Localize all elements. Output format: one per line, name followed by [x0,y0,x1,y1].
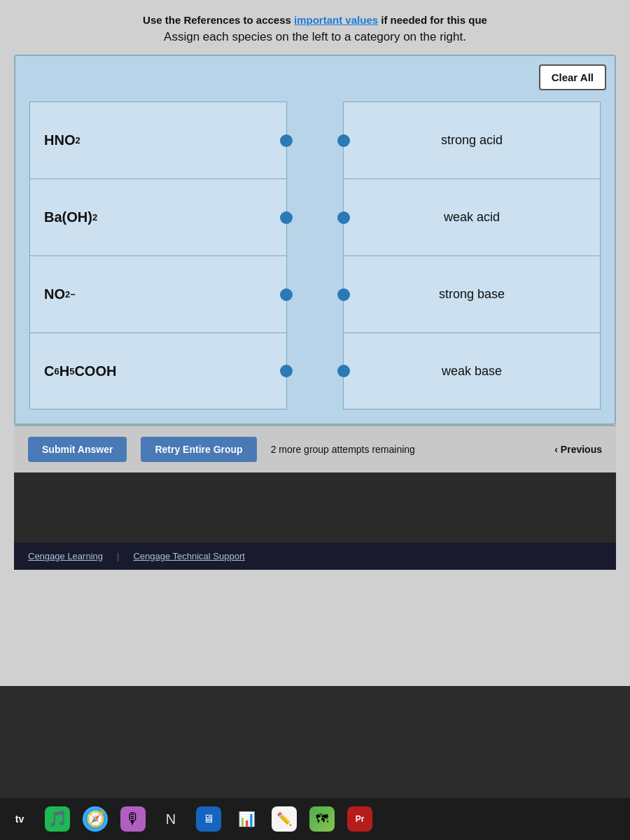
species-box-no2[interactable]: NO2− [29,255,287,332]
podcast-icon[interactable]: 🎙 [120,806,146,832]
assignment-container: Clear All HNO2 Ba(OH)2 NO2− C6H5COOH [14,55,616,425]
category-box-weak-base[interactable]: weak base [343,332,601,410]
category-label-weak-acid: weak acid [444,210,500,225]
spacer-dark [14,472,616,542]
safari-icon[interactable]: 🧭 [83,806,108,832]
connector-line-1 [287,139,343,141]
connector-line-4 [287,370,343,372]
connector-row-4 [287,332,343,410]
species-box-hno2[interactable]: HNO2 [29,102,287,178]
footer-separator: | [117,551,119,561]
footer-bar: Cengage Learning | Cengage Technical Sup… [14,542,616,570]
header-title: Use the References to access important v… [14,14,616,26]
monitor-icon[interactable]: 🖥 [196,806,221,832]
attempts-text: 2 more group attempts remaining [271,444,541,455]
connector-area [287,102,343,410]
connector-row-3 [287,255,343,332]
bottom-bar: Submit Answer Retry Entire Group 2 more … [14,425,616,472]
dot-weak-base-left[interactable] [337,365,350,377]
tv-icon[interactable]: tv [7,806,32,832]
category-label-strong-base: strong base [439,287,505,302]
category-box-strong-acid[interactable]: strong acid [343,102,601,178]
header-subtitle: Assign each species on the left to a cat… [14,30,616,44]
dot-baoh2-right[interactable] [280,211,293,224]
tv-label: tv [15,813,24,825]
cengage-support-link[interactable]: Cengage Technical Support [133,551,245,561]
category-label-strong-acid: strong acid [441,133,503,148]
dot-strong-acid-left[interactable] [337,134,350,147]
maps-icon[interactable]: 🗺 [309,806,335,832]
category-box-weak-acid[interactable]: weak acid [343,178,601,255]
main-content: Use the References to access important v… [0,0,630,686]
dot-no2-right[interactable] [280,288,293,301]
connector-row-2 [287,178,343,255]
category-label-weak-base: weak base [442,364,502,379]
chart-icon[interactable]: 📊 [234,806,259,832]
connector-line-2 [287,216,343,218]
taskbar: tv 🎵 🧭 🎙 N 🖥 📊 ✏️ 🗺 Pr [0,798,630,840]
left-column: HNO2 Ba(OH)2 NO2− C6H5COOH [29,102,287,410]
connector-row-1 [287,102,343,178]
acrobat-icon[interactable]: Pr [347,806,372,832]
references-link[interactable]: important values [294,14,378,26]
connector-line-3 [287,293,343,295]
clear-all-button[interactable]: Clear All [539,64,606,90]
right-column: strong acid weak acid strong base weak b… [343,102,601,410]
retry-button[interactable]: Retry Entire Group [141,437,256,462]
music-icon[interactable]: 🎵 [45,806,70,832]
category-box-strong-base[interactable]: strong base [343,255,601,332]
dot-hno2-right[interactable] [280,134,293,147]
dot-weak-acid-left[interactable] [337,211,350,224]
pencil-icon[interactable]: ✏️ [272,806,297,832]
previous-link[interactable]: ‹ Previous [554,444,602,455]
dot-c6h5cooh-right[interactable] [280,365,293,377]
matching-grid: HNO2 Ba(OH)2 NO2− C6H5COOH [29,102,601,410]
header-section: Use the References to access important v… [14,7,616,55]
species-box-baoh2[interactable]: Ba(OH)2 [29,178,287,255]
cengage-learning-link[interactable]: Cengage Learning [28,551,103,561]
notes-icon[interactable]: N [158,806,183,832]
species-box-c6h5cooh[interactable]: C6H5COOH [29,332,287,410]
dot-strong-base-left[interactable] [337,288,350,301]
submit-button[interactable]: Submit Answer [28,437,127,462]
